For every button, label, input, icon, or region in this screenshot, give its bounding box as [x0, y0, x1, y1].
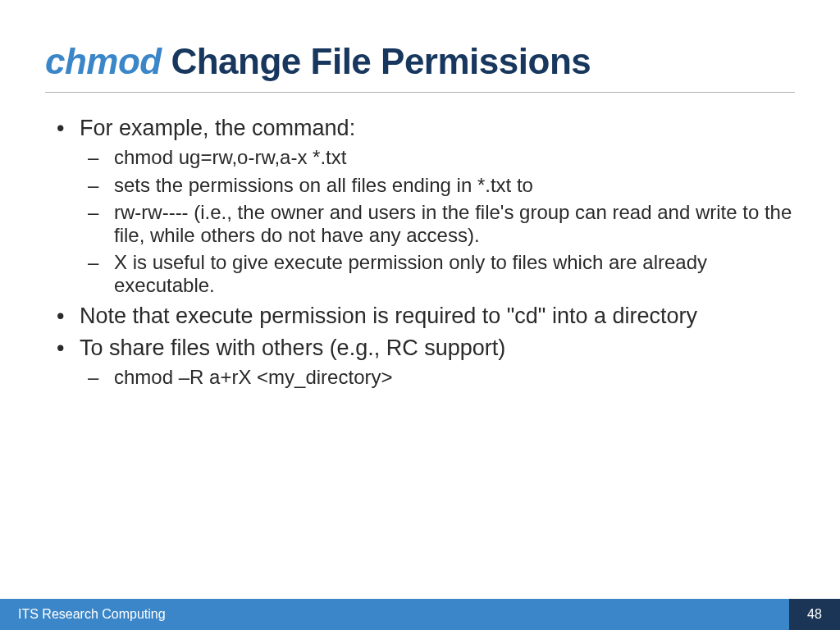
title-divider — [45, 92, 795, 93]
list-item: For example, the command: chmod ug=rw,o-… — [45, 116, 795, 297]
sub-bullet-text: chmod –R a+rX <my_directory> — [114, 366, 392, 388]
page-number: 48 — [789, 599, 840, 630]
list-item: chmod –R a+rX <my_directory> — [80, 366, 795, 389]
list-item: chmod ug=rw,o-rw,a-x *.txt — [80, 146, 795, 169]
sub-list: chmod –R a+rX <my_directory> — [80, 366, 795, 389]
footer-org: ITS Research Computing — [0, 599, 789, 630]
bullet-text: Note that execute permission is required… — [80, 304, 697, 328]
list-item: rw-rw---- (i.e., the owner and users in … — [80, 201, 795, 246]
bullet-list: For example, the command: chmod ug=rw,o-… — [45, 116, 795, 388]
list-item: Note that execute permission is required… — [45, 304, 795, 329]
bullet-text: To share files with others (e.g., RC sup… — [80, 336, 505, 360]
sub-bullet-text: X is useful to give execute permission o… — [114, 251, 707, 296]
list-item: X is useful to give execute permission o… — [80, 251, 795, 296]
sub-bullet-text: rw-rw---- (i.e., the owner and users in … — [114, 201, 792, 246]
sub-list: chmod ug=rw,o-rw,a-x *.txt sets the perm… — [80, 146, 795, 297]
bullet-text: For example, the command: — [80, 116, 355, 140]
sub-bullet-text: sets the permissions on all files ending… — [114, 174, 533, 196]
title-rest: Change File Permissions — [162, 41, 591, 81]
list-item: sets the permissions on all files ending… — [80, 174, 795, 197]
sub-bullet-text: chmod ug=rw,o-rw,a-x *.txt — [114, 146, 346, 168]
slide-content: For example, the command: chmod ug=rw,o-… — [45, 116, 795, 388]
title-command: chmod — [45, 41, 162, 81]
list-item: To share files with others (e.g., RC sup… — [45, 336, 795, 389]
slide-title: chmod Change File Permissions — [45, 41, 795, 82]
presentation-slide: chmod Change File Permissions For exampl… — [0, 0, 840, 630]
slide-footer: ITS Research Computing 48 — [0, 599, 840, 630]
